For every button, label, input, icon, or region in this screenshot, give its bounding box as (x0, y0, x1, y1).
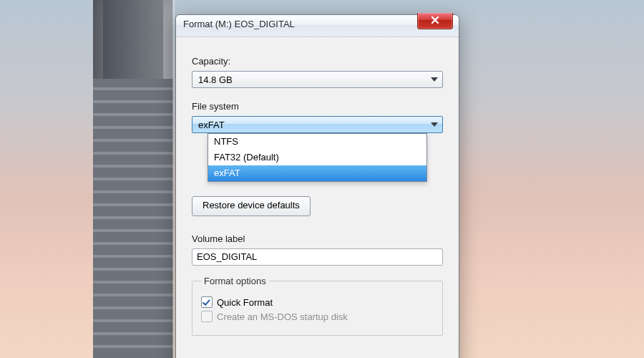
volume-label-input[interactable]: EOS_DIGITAL (192, 248, 443, 266)
chevron-down-icon (431, 77, 438, 82)
capacity-value: 14.8 GB (198, 74, 233, 85)
quick-format-checkbox[interactable]: Quick Format (201, 296, 434, 308)
window-title: Format (M:) EOS_DIGITAL (183, 19, 295, 29)
file-system-option[interactable]: exFAT (208, 165, 426, 181)
desktop-background: Format (M:) EOS_DIGITAL Capacity: 14.8 G… (0, 0, 644, 358)
background-building (93, 0, 173, 358)
chevron-down-icon (431, 122, 438, 127)
file-system-option[interactable]: FAT32 (Default) (208, 150, 426, 165)
titlebar[interactable]: Format (M:) EOS_DIGITAL (176, 15, 459, 37)
restore-defaults-button[interactable]: Restore device defaults (192, 196, 311, 216)
format-options-group: Format options Quick Format Create an MS… (192, 276, 443, 336)
capacity-combobox[interactable]: 14.8 GB (192, 71, 443, 88)
volume-label-label: Volume label (192, 233, 443, 244)
format-options-legend: Format options (201, 276, 269, 286)
msdos-checkbox: Create an MS-DOS startup disk (201, 311, 434, 322)
quick-format-label: Quick Format (217, 297, 273, 308)
file-system-option[interactable]: NTFS (208, 134, 426, 150)
file-system-value: exFAT (198, 120, 225, 130)
file-system-label: File system (192, 101, 443, 112)
format-dialog: Format (M:) EOS_DIGITAL Capacity: 14.8 G… (175, 14, 459, 358)
checkbox-icon (201, 311, 213, 322)
close-icon (431, 16, 439, 26)
file-system-combobox[interactable]: exFAT (192, 116, 443, 133)
file-system-dropdown: NTFS FAT32 (Default) exFAT (208, 133, 427, 182)
msdos-label: Create an MS-DOS startup disk (217, 311, 348, 322)
capacity-label: Capacity: (192, 56, 443, 67)
close-button[interactable] (417, 13, 453, 29)
checkbox-icon (201, 296, 213, 308)
dialog-content: Capacity: 14.8 GB File system exFAT NTFS… (176, 37, 459, 336)
